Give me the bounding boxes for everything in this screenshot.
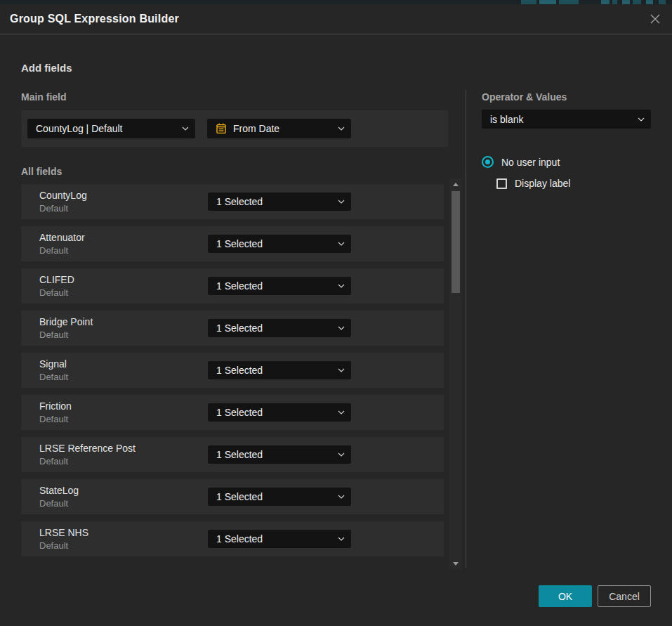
field-sublabel: Default	[39, 414, 68, 424]
field-name: Signal	[39, 358, 67, 370]
field-selected-dropdown[interactable]: 1 Selected	[208, 235, 351, 253]
field-sublabel: Default	[39, 498, 68, 509]
field-name: CountyLog	[39, 190, 87, 201]
field-selected-dropdown[interactable]: 1 Selected	[208, 361, 351, 379]
main-field-box: CountyLog | Default From Date	[21, 110, 448, 147]
field-selected-dropdown[interactable]: 1 Selected	[208, 445, 351, 464]
layer-select-dropdown[interactable]: CountyLog | Default	[27, 119, 195, 138]
chevron-down-icon	[338, 242, 345, 247]
field-name: StateLog	[39, 485, 79, 496]
chevron-down-icon	[338, 452, 345, 457]
field-selected-value: 1 Selected	[216, 238, 263, 249]
field-row: CLIFEDDefault1 Selected	[21, 268, 444, 304]
no-user-input-label: No user input	[501, 157, 560, 168]
display-label-checkbox[interactable]: Display label	[496, 178, 570, 189]
scroll-up-icon[interactable]	[453, 183, 459, 186]
field-sublabel: Default	[39, 245, 68, 256]
field-sublabel: Default	[39, 456, 68, 467]
main-field-select-dropdown[interactable]: From Date	[207, 119, 351, 138]
chevron-down-icon	[182, 126, 189, 131]
field-sublabel: Default	[39, 287, 68, 298]
field-sublabel: Default	[39, 540, 68, 551]
field-selected-value: 1 Selected	[216, 533, 263, 545]
field-row: Bridge PointDefault1 Selected	[21, 311, 444, 346]
chevron-down-icon	[338, 410, 345, 415]
field-sublabel: Default	[39, 372, 68, 382]
field-name: Attenuator	[39, 232, 85, 243]
field-selected-dropdown[interactable]: 1 Selected	[208, 530, 351, 548]
field-name: Bridge Point	[39, 316, 93, 327]
chevron-down-icon	[338, 126, 345, 131]
all-fields-label: All fields	[21, 166, 62, 177]
all-fields-list: CountyLogDefault1 SelectedAttenuatorDefa…	[21, 184, 444, 563]
chevron-down-icon	[338, 326, 345, 331]
checkbox-unchecked-icon	[496, 178, 507, 189]
group-sql-expression-builder-dialog: Group SQL Expression Builder Add fields …	[0, 4, 672, 626]
field-row: LRSE Reference PostDefault1 Selected	[21, 437, 444, 472]
main-field-label: Main field	[21, 91, 67, 103]
chevron-down-icon	[338, 368, 345, 373]
calendar-date-icon	[216, 123, 227, 134]
chevron-down-icon	[338, 537, 345, 542]
field-row: AttenuatorDefault1 Selected	[21, 226, 444, 261]
operator-dropdown[interactable]: is blank	[482, 110, 651, 129]
field-selected-value: 1 Selected	[216, 196, 263, 207]
field-selected-dropdown[interactable]: 1 Selected	[208, 488, 351, 506]
ok-button[interactable]: OK	[539, 585, 592, 607]
chevron-down-icon	[338, 284, 345, 289]
chevron-down-icon	[338, 200, 345, 204]
layer-select-value: CountyLog | Default	[36, 123, 123, 134]
field-row: StateLogDefault1 Selected	[21, 479, 444, 514]
screen: Group SQL Expression Builder Add fields …	[0, 0, 672, 626]
field-name: LRSE NHS	[39, 527, 88, 538]
field-selected-value: 1 Selected	[216, 322, 263, 334]
main-field-select-value: From Date	[233, 123, 279, 134]
operator-value: is blank	[490, 114, 523, 125]
chevron-down-icon	[638, 117, 645, 122]
field-row: SignalDefault1 Selected	[21, 353, 444, 388]
chevron-down-icon	[338, 495, 345, 500]
field-row: FrictionDefault1 Selected	[21, 395, 444, 430]
operator-values-label: Operator & Values	[482, 91, 567, 103]
field-selected-dropdown[interactable]: 1 Selected	[208, 319, 351, 337]
field-name: Friction	[39, 400, 72, 412]
field-selected-value: 1 Selected	[216, 365, 263, 376]
vertical-scrollbar[interactable]	[449, 178, 462, 570]
field-row: CountyLogDefault1 Selected	[21, 184, 444, 219]
display-label-label: Display label	[515, 178, 570, 189]
field-selected-value: 1 Selected	[216, 407, 263, 418]
field-selected-value: 1 Selected	[216, 449, 263, 460]
field-row: LRSE NHSDefault1 Selected	[21, 521, 444, 556]
field-sublabel: Default	[39, 203, 68, 214]
field-name: LRSE Reference Post	[39, 443, 136, 454]
no-user-input-radio[interactable]: No user input	[482, 156, 560, 168]
cancel-button[interactable]: Cancel	[598, 585, 651, 607]
field-selected-dropdown[interactable]: 1 Selected	[208, 277, 351, 295]
add-fields-heading: Add fields	[21, 62, 72, 74]
field-selected-value: 1 Selected	[216, 280, 263, 292]
field-selected-dropdown[interactable]: 1 Selected	[208, 403, 351, 422]
dialog-header: Group SQL Expression Builder	[0, 4, 672, 34]
dialog-title: Group SQL Expression Builder	[10, 13, 179, 25]
scrollbar-thumb[interactable]	[452, 191, 460, 293]
radio-checked-icon	[482, 156, 494, 168]
field-sublabel: Default	[39, 330, 68, 340]
field-selected-value: 1 Selected	[216, 491, 263, 502]
close-icon[interactable]	[648, 12, 662, 26]
field-selected-dropdown[interactable]: 1 Selected	[208, 193, 351, 211]
scroll-down-icon[interactable]	[453, 562, 459, 566]
panel-divider	[466, 90, 466, 568]
field-name: CLIFED	[39, 274, 74, 285]
